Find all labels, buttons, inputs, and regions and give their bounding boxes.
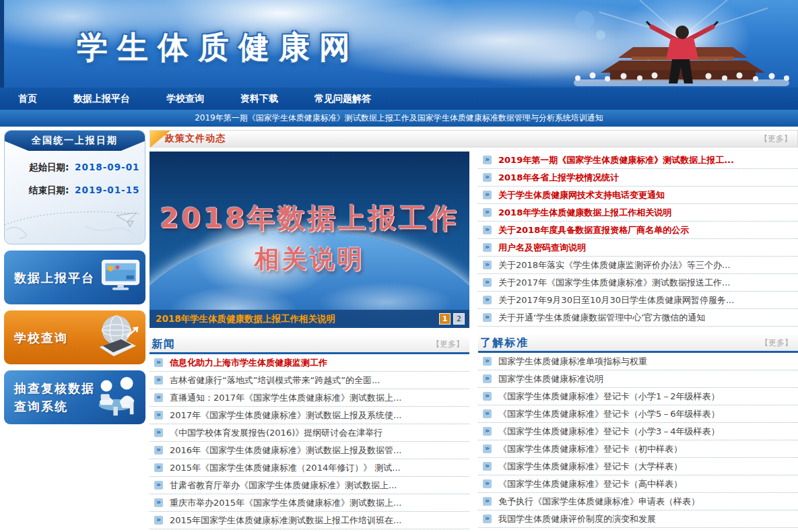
notice-marquee[interactable]: 2019年第一期《国家学生体质健康标准》测试数据上报工作及国家学生体质健康标准数… <box>0 110 798 127</box>
arrow-bullet-icon: » <box>483 313 492 322</box>
arrow-bullet-icon: » <box>483 296 492 304</box>
news-list-item[interactable]: » 甘肃省教育厅举办《国家学生体质健康标准》测试数据上... <box>149 477 469 494</box>
arrow-bullet-icon: » <box>483 226 492 234</box>
news-list: » 信息化助力上海市学生体质健康监测工作 » 吉林省健康行“落地式”培训模式带来… <box>149 354 469 529</box>
arrow-bullet-icon: » <box>483 208 492 217</box>
arrow-bullet-icon: » <box>483 278 492 287</box>
standards-list-item[interactable]: » 《国家学生体质健康标准》登记卡（小学1－2年级样表） <box>478 388 798 405</box>
arrow-bullet-icon: » <box>154 446 163 455</box>
policy-more-link[interactable]: 【更多】 <box>760 133 792 145</box>
arrow-bullet-icon: » <box>483 392 492 401</box>
news-list-item[interactable]: » 直播通知：2017年《国家学生体质健康标准》测试数据上... <box>149 389 469 407</box>
policy-list-item[interactable]: » 2019年第一期《国家学生体质健康标准》测试数据上报工... <box>478 152 798 169</box>
standards-list-item[interactable]: » 我国学生体质健康评价制度的演变和发展 <box>478 510 798 528</box>
arrow-bullet-icon: » <box>483 497 492 506</box>
people-desk-icon <box>93 375 141 420</box>
end-date-label: 结束日期: <box>29 185 69 195</box>
site-header: 学生体质健康网 <box>0 0 798 88</box>
policy-list-item[interactable]: » 关于2017年9月30日至10月30日学生体质健康网暂停服务... <box>478 292 798 309</box>
standards-list-item[interactable]: » 《国家学生体质健康标准》登记卡（小学3－4年级样表） <box>478 423 798 440</box>
standards-list-item[interactable]: » 《国家学生体质健康标准》登记卡（初中样表） <box>478 440 798 458</box>
news-list-item[interactable]: » 信息化助力上海市学生体质健康监测工作 <box>149 354 469 372</box>
carousel-page-button[interactable]: 2 <box>453 313 465 325</box>
sidebar-button[interactable]: 抽查复核数据 查询系统 <box>4 370 145 424</box>
policy-list-item[interactable]: » 关于开通‘学生体质健康数据管理中心’官方微信的通知 <box>478 309 798 327</box>
sidebar-button-label: 抽查复核数据 查询系统 <box>14 379 103 415</box>
carousel-page-button[interactable]: 1 <box>439 313 451 325</box>
news-list-item[interactable]: » 2015年国家学生体质健康标准测试数据上报工作培训班在... <box>149 512 469 529</box>
standards-list-item[interactable]: » 《国家学生体质健康标准》登记卡（高中样表） <box>478 475 798 493</box>
policy-list: » 2019年第一期《国家学生体质健康标准》测试数据上报工... » 2018年… <box>478 152 798 327</box>
site-logo: 学生体质健康网 <box>77 27 360 69</box>
policy-list-item[interactable]: » 关于2017年《国家学生体质健康标准》测试数据报送工作... <box>478 274 798 292</box>
policy-list-item[interactable]: » 关于学生体质健康网技术支持电话变更通知 <box>478 187 798 204</box>
policy-list-item[interactable]: » 2018年学生体质健康数据上报工作相关说明 <box>478 204 798 222</box>
standards-list: » 国家学生体质健康标准单项指标与权重 » 国家学生体质健康标准说明 » <box>478 353 798 528</box>
sidebar-button-label: 数据上报平台 <box>14 269 103 287</box>
standards-list-item[interactable]: » 《国家学生体质健康标准》登记卡（大学样表） <box>478 458 798 475</box>
report-date-title: 全国统一上报日期 <box>5 131 145 151</box>
standards-list-item[interactable]: » 国家学生体质健康标准说明 <box>478 370 798 388</box>
news-section-title: 新闻 <box>149 337 176 352</box>
policy-list-item[interactable]: » 用户名及密码查询说明 <box>478 239 798 257</box>
nav-item[interactable]: 常见问题解答 <box>296 93 389 105</box>
news-section-header: 新闻 【更多】 <box>149 336 469 354</box>
main-content: 政策文件动态 【更多】 2018年数据上报工作 相关说明 <box>149 130 798 529</box>
arrow-bullet-icon: » <box>483 409 492 418</box>
carousel-caption[interactable]: 2018年学生体质健康数据上报工作相关说明 <box>156 313 335 325</box>
arrow-bullet-icon: » <box>154 498 163 507</box>
sidebar-button[interactable]: 数据上报平台 <box>4 251 145 304</box>
standards-more-link[interactable]: 【更多】 <box>760 337 793 349</box>
nav-item[interactable]: 首页 <box>0 93 55 105</box>
report-date-box: 全国统一上报日期 起始日期: 2018-09-01 结束日期: 2019-01-… <box>4 130 145 244</box>
policy-section-header: 政策文件动态 【更多】 <box>149 130 798 147</box>
arrow-bullet-icon: » <box>154 516 163 525</box>
start-date-row: 起始日期: 2018-09-01 <box>29 162 145 174</box>
news-list-item[interactable]: » 2017年《国家学生体质健康标准》测试数据上报及系统使... <box>149 407 469 424</box>
arrow-bullet-icon: » <box>483 444 492 453</box>
nav-item[interactable]: 资料下载 <box>222 93 296 105</box>
policy-list-item[interactable]: » 关于2018年度具备数据直报资格厂商名单的公示 <box>478 222 798 239</box>
nav-item[interactable]: 学校查询 <box>148 93 222 105</box>
news-list-item[interactable]: » 重庆市举办2015年《国家学生体质健康标准》测试数据上... <box>149 494 469 512</box>
news-list-item[interactable]: » 2015年《国家学生体质健康标准（2014年修订）》 测试... <box>149 459 469 477</box>
arrow-bullet-icon: » <box>483 243 492 252</box>
standards-list-item[interactable]: » 免予执行《国家学生体质健康标准》申请表（样表） <box>478 493 798 510</box>
arrow-bullet-icon: » <box>483 374 492 383</box>
arrow-bullet-icon: » <box>154 376 163 385</box>
arrow-bullet-icon: » <box>483 479 492 488</box>
arrow-bullet-icon: » <box>154 481 163 490</box>
news-list-item[interactable]: » 《中国学校体育发展报告(2016)》提纲研讨会在津举行 <box>149 424 469 442</box>
paper-plane-decor <box>5 199 145 241</box>
arrow-bullet-icon: » <box>483 173 492 182</box>
carousel-caption-bar: 2018年学生体质健康数据上报工作相关说明 1 2 <box>149 310 469 328</box>
arrow-bullet-icon: » <box>154 411 163 420</box>
standards-section-title: 了解标准 <box>478 336 529 350</box>
arrow-bullet-icon: » <box>154 463 163 472</box>
content-area: 全国统一上报日期 起始日期: 2018-09-01 结束日期: 2019-01-… <box>0 127 798 529</box>
start-date-label: 起始日期: <box>29 162 69 172</box>
arrow-bullet-icon: » <box>483 156 492 164</box>
page: 学生体质健康网 <box>0 0 798 532</box>
nav-item[interactable]: 数据上报平台 <box>55 93 148 105</box>
arrow-bullet-icon: » <box>154 428 163 437</box>
news-list-item[interactable]: » 2016年《国家学生体质健康标准》测试数据上报及数据管... <box>149 442 469 459</box>
sidebar-button[interactable]: 学校查询 <box>4 310 145 364</box>
monitor-icon <box>101 259 141 296</box>
header-hero-image <box>566 0 798 88</box>
carousel-slide[interactable]: 2018年数据上报工作 相关说明 2018年学生体质健康数据上报工作相关说明 1… <box>149 152 469 328</box>
news-more-link[interactable]: 【更多】 <box>432 339 464 350</box>
arrow-bullet-icon: » <box>483 191 492 199</box>
policy-list-item[interactable]: » 关于2018年落实《学生体质健康监测评价办法》等三个办... <box>478 257 798 274</box>
slide-title: 2018年数据上报工作 相关说明 <box>149 200 469 276</box>
sidebar-buttons: 数据上报平台 <box>4 251 145 424</box>
standards-list-item[interactable]: » 《国家学生体质健康标准》登记卡（小学5－6年级样表） <box>478 405 798 423</box>
main-nav: 首页 数据上报平台 学校查询 资料下载 常见问题解答 <box>0 88 798 110</box>
end-date-row: 结束日期: 2019-01-15 <box>29 185 145 197</box>
arrow-bullet-icon: » <box>483 462 492 471</box>
sidebar: 全国统一上报日期 起始日期: 2018-09-01 结束日期: 2019-01-… <box>4 130 145 529</box>
end-date-value: 2019-01-15 <box>75 185 139 195</box>
news-list-item[interactable]: » 吉林省健康行“落地式”培训模式带来“跨越式”的全面... <box>149 372 469 389</box>
standards-list-item[interactable]: » 国家学生体质健康标准单项指标与权重 <box>478 353 798 370</box>
policy-list-item[interactable]: » 2018年各省上报学校情况统计 <box>478 169 798 187</box>
